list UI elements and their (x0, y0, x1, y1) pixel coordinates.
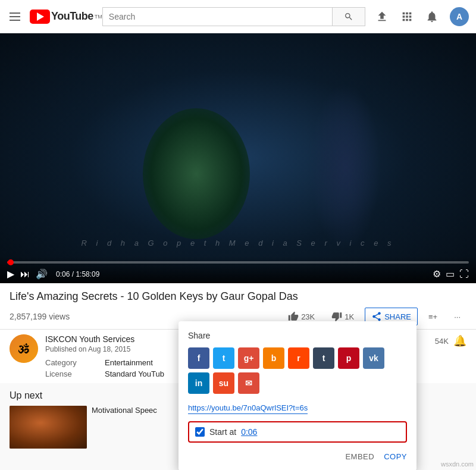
controls-row: ▶ ⏭ 🔊 0:06 / 1:58:09 ⚙ ▭ ⛶ (7, 268, 469, 280)
fullscreen-button[interactable]: ⛶ (459, 269, 469, 280)
search-icon (344, 12, 353, 21)
play-button[interactable]: ▶ (7, 268, 14, 280)
subscriber-count: 54K (435, 337, 449, 346)
channel-avatar[interactable]: 🕉 (10, 334, 38, 363)
menu-icon[interactable] (7, 10, 23, 23)
share-popup-title: Share (188, 331, 407, 340)
tumblr-share-icon[interactable]: t (313, 347, 334, 369)
start-at-checkbox[interactable] (195, 427, 205, 437)
stumbleupon-share-icon[interactable]: su (213, 372, 234, 394)
blogger-share-icon[interactable]: b (263, 347, 284, 369)
next-video-thumbnail (10, 406, 87, 449)
channel-avatar-image: 🕉 (10, 334, 38, 363)
logo-text: YouTube (51, 10, 93, 23)
start-at-label: Start at (209, 427, 236, 437)
license-label: License (45, 369, 105, 378)
search-button[interactable] (332, 7, 365, 26)
linkedin-share-icon[interactable]: in (188, 372, 209, 394)
time-display: 0:06 / 1:58:09 (56, 270, 99, 278)
apps-icon[interactable] (400, 10, 414, 24)
add-to-playlist-button[interactable]: ≡+ (422, 309, 443, 325)
next-button[interactable]: ⏭ (20, 269, 30, 280)
header: YouTubeTM A (0, 0, 476, 33)
notifications-icon[interactable] (425, 10, 439, 24)
video-scene: R i d h a G o p e t h M e d i a S e r v … (0, 33, 476, 283)
site-watermark: wsxdn.com (441, 460, 474, 468)
share-bottom: EMBED COPY (188, 450, 407, 461)
embed-button[interactable]: EMBED (345, 452, 374, 461)
video-title: Life's Amazing Secrets - 10 Golden Keys … (10, 290, 466, 303)
youtube-logo[interactable]: YouTubeTM (30, 10, 102, 24)
share-url[interactable]: https://youtu.be/7n0aQwrlSEI?t=6s (188, 403, 308, 414)
avatar[interactable]: A (450, 7, 469, 26)
video-watermark: R i d h a G o p e t h M e d i a S e r v … (82, 239, 395, 247)
start-at-row: Start at 0:06 (188, 421, 407, 443)
header-left: YouTubeTM (7, 10, 102, 24)
video-controls: ▶ ⏭ 🔊 0:06 / 1:58:09 ⚙ ▭ ⛶ (0, 256, 476, 283)
social-icons-row: f t g+ b r t p vk in su ✉ (188, 347, 407, 394)
video-player[interactable]: R i d h a G o p e t h M e d i a S e r v … (0, 33, 476, 283)
upload-icon[interactable] (375, 10, 389, 24)
view-count: 2,857,199 views (10, 312, 70, 321)
more-button[interactable]: ··· (448, 309, 466, 325)
googleplus-share-icon[interactable]: g+ (238, 347, 259, 369)
youtube-play-icon (30, 10, 50, 24)
email-share-icon[interactable]: ✉ (238, 372, 259, 394)
miniplayer-button[interactable]: ▭ (446, 268, 455, 280)
twitter-share-icon[interactable]: t (213, 347, 234, 369)
facebook-share-icon[interactable]: f (188, 347, 209, 369)
progress-bar[interactable] (7, 261, 469, 264)
search-input[interactable] (102, 7, 332, 26)
settings-button[interactable]: ⚙ (433, 268, 441, 280)
pinterest-share-icon[interactable]: p (338, 347, 359, 369)
controls-right: ⚙ ▭ ⛶ (433, 268, 469, 280)
subscribe-area: 54K 🔔 (435, 334, 466, 347)
bell-icon[interactable]: 🔔 (453, 334, 466, 347)
category-label: Category (45, 358, 105, 367)
logo-tm: TM (95, 14, 102, 20)
search-bar (102, 7, 365, 26)
reddit-share-icon[interactable]: r (288, 347, 309, 369)
copy-button[interactable]: COPY (384, 452, 407, 461)
progress-fill (7, 261, 11, 264)
vk-share-icon[interactable]: vk (363, 347, 384, 369)
start-at-time[interactable]: 0:06 (241, 427, 257, 437)
share-popup: Share f t g+ b r t p vk in su ✉ https://… (178, 321, 416, 470)
volume-button[interactable]: 🔊 (36, 268, 48, 280)
header-right: A (375, 7, 469, 26)
